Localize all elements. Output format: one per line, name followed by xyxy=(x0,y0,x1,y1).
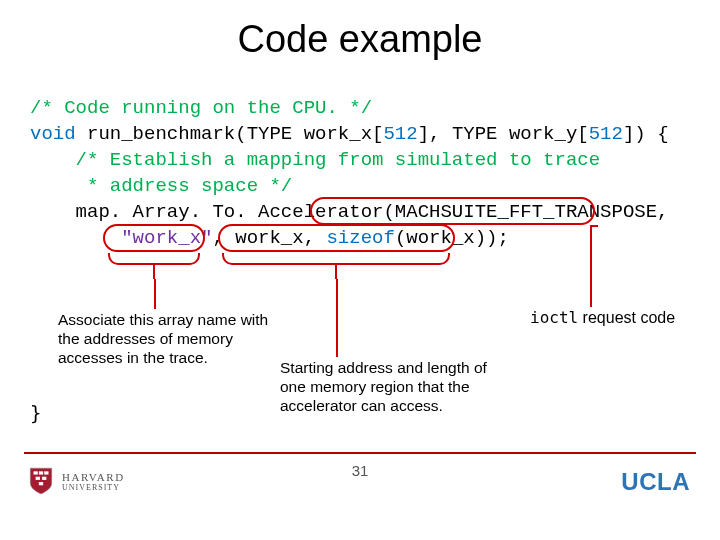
code-fn-sig-3: ]) { xyxy=(623,123,669,145)
highlight-box-macro xyxy=(310,197,595,225)
svg-rect-5 xyxy=(39,482,43,485)
code-comment-3: * address space */ xyxy=(30,175,292,197)
svg-rect-2 xyxy=(44,471,48,474)
code-comment-2: /* Establish a mapping from simulated to… xyxy=(30,149,600,171)
brace-stem-1 xyxy=(153,265,155,279)
footer-harvard: HARVARD UNIVERSITY xyxy=(28,466,125,496)
code-comment-1: /* Code running on the CPU. */ xyxy=(30,97,372,119)
connector-ioctl-v xyxy=(590,225,592,307)
svg-rect-1 xyxy=(39,471,43,474)
slide-title: Code example xyxy=(0,0,720,75)
ioctl-rest: request code xyxy=(578,309,675,326)
connector-assoc xyxy=(154,279,156,309)
footer-divider xyxy=(24,452,696,454)
svg-rect-0 xyxy=(34,471,38,474)
code-fn-sig-2: ], TYPE work_y[ xyxy=(418,123,589,145)
brace-under-args xyxy=(222,253,450,265)
harvard-shield-icon xyxy=(28,466,54,496)
highlight-box-string xyxy=(103,224,205,252)
harvard-label-1: HARVARD xyxy=(62,471,125,483)
svg-rect-3 xyxy=(36,477,40,480)
code-close-brace: } xyxy=(30,402,41,424)
svg-rect-4 xyxy=(42,477,46,480)
brace-under-string xyxy=(108,253,200,265)
code-comma: , xyxy=(657,201,668,223)
code-fn-sig-1: run_benchmark(TYPE work_x[ xyxy=(76,123,384,145)
connector-start xyxy=(336,279,338,357)
highlight-box-args xyxy=(218,224,455,252)
annotation-start-addr: Starting address and length of one memor… xyxy=(280,358,510,415)
annotation-ioctl: ioctl request code xyxy=(530,308,675,327)
code-kw-void: void xyxy=(30,123,76,145)
code-num-2: 512 xyxy=(589,123,623,145)
annotation-associate: Associate this array name with the addre… xyxy=(58,310,288,367)
brace-stem-2 xyxy=(335,265,337,279)
ioctl-mono: ioctl xyxy=(530,308,578,327)
footer-ucla: UCLA xyxy=(621,468,690,496)
harvard-label-2: UNIVERSITY xyxy=(62,483,125,492)
code-num-1: 512 xyxy=(383,123,417,145)
